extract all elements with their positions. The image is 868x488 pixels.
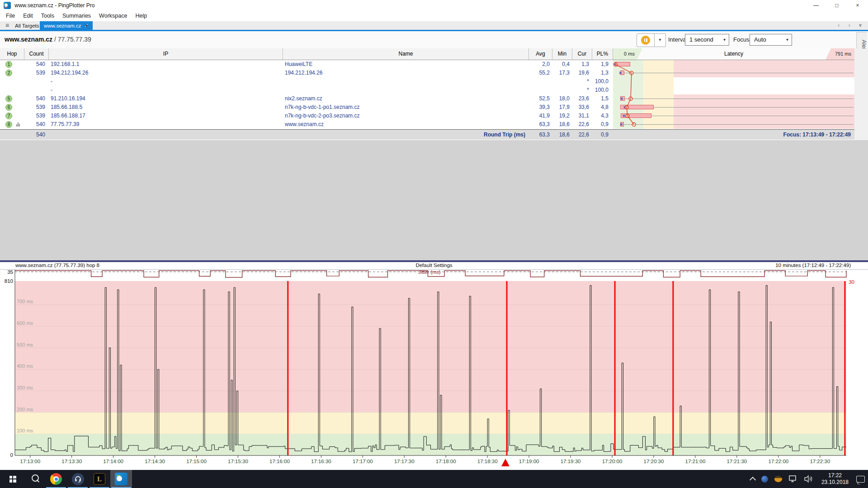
volume-icon[interactable] xyxy=(804,475,814,483)
interval-select[interactable]: 1 second ▾ xyxy=(685,34,729,46)
cell-pl: 1,3 xyxy=(592,69,609,77)
cell-count: 539 xyxy=(24,112,45,120)
col-header-avg[interactable]: Avg xyxy=(529,48,552,60)
table-row-hop-6[interactable]: 6539185.66.188.5n7k-ng-b-vdc-1-po1.sezna… xyxy=(0,103,854,112)
menu-item-edit[interactable]: Edit xyxy=(19,11,37,21)
svg-text:17:19:00: 17:19:00 xyxy=(519,459,539,464)
col-header-count[interactable]: Count xyxy=(24,48,49,60)
minimize-button[interactable]: — xyxy=(806,0,826,11)
menu-item-help[interactable]: Help xyxy=(131,11,151,21)
trace-table-body: 1540192.168.1.1HuaweiLTE2,00,41,31,9×253… xyxy=(0,60,854,129)
cell-pl: 100,0 xyxy=(592,77,609,86)
action-center-icon[interactable] xyxy=(856,476,865,483)
tray-app-disc-icon[interactable] xyxy=(774,476,782,482)
col-header-latency[interactable]: 0 ms Latency 791 ms xyxy=(613,48,854,60)
taskbar-start-button[interactable] xyxy=(2,470,24,488)
menu-bar: FileEditToolsSummariesWorkspaceHelp xyxy=(0,11,868,21)
col-header-cur[interactable]: Cur xyxy=(572,48,592,60)
col-header-pl[interactable]: PL% xyxy=(592,48,613,60)
cell-hop: 1 xyxy=(0,60,24,69)
cell-name: nix2.seznam.cz xyxy=(285,94,527,103)
cell-hop xyxy=(0,86,24,94)
network-icon[interactable] xyxy=(788,475,797,483)
table-row-hop-8[interactable]: 854077.75.77.39www.seznam.cz63,318,622,6… xyxy=(0,120,854,129)
cell-avg xyxy=(529,86,550,94)
table-row-hop-lost-2[interactable]: -*100,0 xyxy=(0,77,854,86)
cell-count: 540 xyxy=(24,60,45,69)
table-row-hop-lost-3[interactable]: -*100,0 xyxy=(0,86,854,94)
cell-avg: 39,3 xyxy=(529,103,550,112)
latency-timeline-chart[interactable]: 100 ms200 ms300 ms400 ms500 ms600 ms700 … xyxy=(0,270,868,470)
col-header-ip[interactable]: IP xyxy=(49,48,283,60)
rt-min: 18,6 xyxy=(552,130,570,138)
svg-text:17:14:00: 17:14:00 xyxy=(103,459,123,464)
chevron-down-icon: ▾ xyxy=(723,34,726,45)
cell-hop: 5 xyxy=(0,94,24,103)
graph-timespan-label[interactable]: 10 minutes (17:12:49 - 17:22:49) xyxy=(775,263,851,268)
cell-name: 194.212.194.26 xyxy=(285,69,527,77)
svg-text:17:21:30: 17:21:30 xyxy=(726,459,747,464)
taskbar-search-button[interactable] xyxy=(24,470,45,488)
pingplotter-window: www.seznam.cz - PingPlotter Pro — □ × Fi… xyxy=(0,0,868,488)
menu-item-summaries[interactable]: Summaries xyxy=(58,11,95,21)
tab-scroll-chevrons[interactable]: ‹ › ▾ xyxy=(838,21,865,30)
cell-avg: 2,0 xyxy=(529,60,550,69)
cell-min: 17,9 xyxy=(552,103,570,112)
table-row-hop-2[interactable]: 2539194.212.194.26194.212.194.2655,217,3… xyxy=(0,69,854,77)
close-button[interactable]: × xyxy=(847,0,868,11)
svg-text:17:20:00: 17:20:00 xyxy=(602,459,623,464)
taskbar-chrome-icon[interactable] xyxy=(45,470,67,488)
current-latency-x-marker: × xyxy=(620,120,623,129)
svg-text:400 ms: 400 ms xyxy=(17,363,33,369)
maximize-button[interactable]: □ xyxy=(826,0,847,11)
col-header-hop[interactable]: Hop xyxy=(0,48,24,60)
min-max-whisker xyxy=(620,99,854,99)
timeline-marker-triangle[interactable] xyxy=(501,459,509,466)
taskbar-pingplotter-icon[interactable] xyxy=(110,470,132,488)
svg-text:17:20:30: 17:20:30 xyxy=(644,459,664,464)
menu-item-tools[interactable]: Tools xyxy=(37,11,58,21)
tray-app-sphere-icon[interactable] xyxy=(761,476,768,483)
clock-date: 23.10.2018 xyxy=(821,479,849,486)
menu-item-file[interactable]: File xyxy=(2,11,19,21)
rt-label: Round Trip (ms) xyxy=(283,130,525,138)
tab-all-targets-label: All Targets xyxy=(15,23,39,28)
svg-text:500 ms: 500 ms xyxy=(17,342,33,347)
pause-button[interactable] xyxy=(637,33,655,47)
table-row-hop-7[interactable]: 7539185.66.188.17n7k-ng-b-vdc-2-po3.sezn… xyxy=(0,112,854,120)
show-hidden-icons-chevron[interactable] xyxy=(750,476,755,482)
svg-text:100 ms: 100 ms xyxy=(17,428,33,433)
graph-settings-label[interactable]: Default Settings xyxy=(415,263,452,268)
start-icon xyxy=(9,476,16,483)
cell-pl: 1,9 xyxy=(592,60,609,69)
menu-item-workspace[interactable]: Workspace xyxy=(95,11,131,21)
cell-cur: 22,6 xyxy=(572,120,589,129)
table-row-hop-5[interactable]: 554091.210.16.194nix2.seznam.cz52,518,02… xyxy=(0,94,854,103)
cell-name: n7k-ng-b-vdc-1-po1.seznam.cz xyxy=(285,103,527,112)
table-row-hop-1[interactable]: 1540192.168.1.1HuaweiLTE2,00,41,31,9× xyxy=(0,60,854,69)
taskbar-voice-chat-icon[interactable] xyxy=(67,470,89,488)
app-logo-icon xyxy=(4,2,11,9)
cell-min: 19,2 xyxy=(552,112,570,120)
trace-table-header: Hop Count IP Name Avg Min Cur PL% 0 ms L… xyxy=(0,48,854,60)
svg-text:300 ms: 300 ms xyxy=(17,385,33,390)
col-header-min[interactable]: Min xyxy=(552,48,572,60)
taskbar-clock[interactable]: 17:22 23.10.2018 xyxy=(821,472,849,486)
focus-select[interactable]: Auto ▾ xyxy=(750,34,792,46)
cell-pl: 0,9 xyxy=(592,120,609,129)
cell-latency-graph: × xyxy=(613,94,854,103)
pause-dropdown-button[interactable]: ▾ xyxy=(655,33,666,47)
cell-latency-graph xyxy=(613,77,854,86)
chrome-icon xyxy=(50,473,62,485)
cell-latency-graph: × xyxy=(613,112,854,120)
tab-list-menu-icon[interactable]: ≡ xyxy=(3,21,12,30)
target-ip: 77.75.77.39 xyxy=(58,36,91,43)
latency-max-chip: 791 ms xyxy=(826,48,854,60)
svg-text:17:22:00: 17:22:00 xyxy=(768,459,788,464)
cell-ip: 185.66.188.5 xyxy=(51,103,277,112)
cell-hop xyxy=(0,77,24,86)
col-header-name[interactable]: Name xyxy=(283,48,529,60)
new-tab-button[interactable]: + xyxy=(83,21,90,30)
cell-min: 18,0 xyxy=(552,94,570,103)
taskbar-league-of-legends-icon[interactable] xyxy=(89,470,110,488)
